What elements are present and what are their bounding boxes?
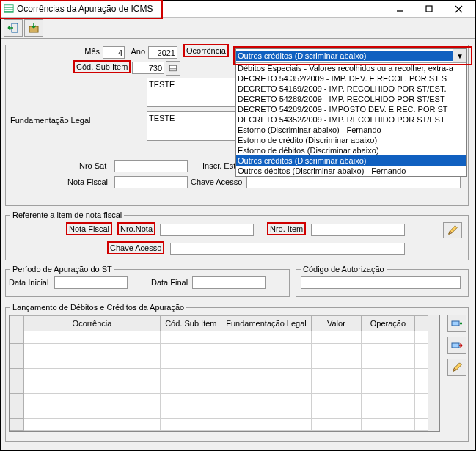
ref-nf-nro-item-input[interactable] (311, 224, 405, 236)
cell[interactable] (161, 356, 221, 369)
cell[interactable] (221, 344, 311, 356)
grid-edit-button[interactable] (447, 359, 466, 376)
dropdown-option[interactable]: Estorno (Discriminar abaixo) - Fernando (236, 125, 466, 135)
cell[interactable] (161, 369, 221, 381)
cell[interactable] (221, 431, 311, 433)
cell[interactable] (161, 344, 221, 356)
dropdown-option[interactable]: DECRETO 54.352/2009 - IMP. DEV. E RECOL.… (236, 73, 466, 84)
cell[interactable] (23, 419, 161, 431)
cell[interactable] (23, 356, 161, 369)
dropdown-option[interactable]: Outros débitos (Discriminar abaixo) - Fe… (236, 166, 466, 176)
table-row[interactable] (10, 431, 439, 433)
cell[interactable] (311, 344, 361, 356)
cell[interactable] (311, 431, 361, 433)
cell[interactable] (311, 381, 361, 394)
cell[interactable] (23, 406, 161, 419)
grid-remove-button[interactable] (447, 337, 466, 354)
mes-input[interactable] (103, 46, 125, 59)
cell[interactable] (221, 406, 311, 419)
cell[interactable] (221, 381, 311, 394)
nro-sat-input[interactable] (114, 160, 188, 172)
lanc-grid[interactable]: Ocorrência Cód. Sub Item Fundamentação L… (9, 315, 440, 432)
ref-nf-chave-acesso-input[interactable] (170, 243, 405, 255)
ref-nf-nro-nota-input[interactable] (160, 224, 254, 236)
grid-add-button[interactable] (447, 315, 466, 332)
chave-acesso-input[interactable] (246, 176, 461, 188)
cell[interactable] (23, 394, 161, 406)
dropdown-option[interactable]: DECRETO 54352/2009 - IMP. RECOLHIDO POR … (236, 114, 466, 125)
cell[interactable] (362, 419, 415, 431)
dropdown-option[interactable]: DECRETO 54169/2009 - IMP. RECOLHIDO POR … (236, 84, 466, 94)
cell[interactable] (23, 331, 161, 344)
cell[interactable] (23, 369, 161, 381)
cell[interactable] (161, 331, 221, 344)
table-row[interactable] (10, 394, 439, 406)
col-valor[interactable]: Valor (311, 316, 361, 331)
cell[interactable] (311, 331, 361, 344)
ocorrencia-dropdown[interactable]: Outros créditos (Discriminar abaixo) ▼ D… (235, 48, 467, 177)
dropdown-list[interactable]: Débitos Especiais - Valores recolhidos o… (236, 62, 466, 176)
col-operacao[interactable]: Operação (362, 316, 415, 331)
dropdown-option[interactable]: Débitos Especiais - Valores recolhidos o… (236, 63, 466, 73)
maximize-button[interactable] (418, 1, 440, 16)
cod-aut-input[interactable] (301, 276, 461, 289)
desc-textarea[interactable]: TESTE (147, 78, 242, 107)
cell[interactable] (311, 419, 361, 431)
cell[interactable] (362, 356, 415, 369)
grid-scrollbar[interactable] (428, 315, 440, 431)
cell[interactable] (362, 394, 415, 406)
cell[interactable] (362, 369, 415, 381)
cell[interactable] (161, 394, 221, 406)
col-ocorrencia[interactable]: Ocorrência (23, 316, 161, 331)
cell[interactable] (362, 431, 415, 433)
data-final-input[interactable] (192, 276, 266, 289)
cell[interactable] (161, 419, 221, 431)
cell[interactable] (23, 431, 161, 433)
table-row[interactable] (10, 356, 439, 369)
cod-subitem-input[interactable] (132, 62, 164, 74)
cell[interactable] (221, 356, 311, 369)
cell[interactable] (221, 419, 311, 431)
dropdown-option[interactable]: DECRETO 54289/2009 - IMPOSTO DEV. E REC.… (236, 104, 466, 114)
data-inicial-input[interactable] (54, 276, 128, 289)
cell[interactable] (311, 356, 361, 369)
table-row[interactable] (10, 331, 439, 344)
dropdown-option[interactable]: Estorno de débitos (Discriminar abaixo) (236, 145, 466, 155)
col-fund-legal[interactable]: Fundamentação Legal (221, 316, 311, 331)
cell[interactable] (362, 331, 415, 344)
table-row[interactable] (10, 381, 439, 394)
cell[interactable] (311, 369, 361, 381)
fund-legal-textarea[interactable]: TESTE (147, 111, 242, 141)
cell[interactable] (362, 344, 415, 356)
cell[interactable] (23, 344, 161, 356)
cell[interactable] (161, 431, 221, 433)
table-row[interactable] (10, 406, 439, 419)
minimize-button[interactable] (389, 1, 411, 16)
exit-button[interactable] (4, 19, 23, 37)
table-row[interactable] (10, 344, 439, 356)
dropdown-arrow-icon[interactable]: ▼ (453, 49, 466, 62)
ano-input[interactable] (148, 46, 177, 59)
cell[interactable] (161, 406, 221, 419)
cell[interactable] (161, 381, 221, 394)
cell[interactable] (362, 381, 415, 394)
close-button[interactable] (447, 1, 469, 16)
cell[interactable] (311, 406, 361, 419)
dropdown-value-row[interactable]: Outros créditos (Discriminar abaixo) ▼ (236, 49, 466, 62)
table-row[interactable] (10, 369, 439, 381)
cell[interactable] (221, 331, 311, 344)
cell[interactable] (221, 369, 311, 381)
dropdown-option[interactable]: Outros créditos (Discriminar abaixo) (236, 155, 466, 166)
table-row[interactable] (10, 419, 439, 431)
dropdown-option[interactable]: Estorno de crédito (Discriminar abaixo) (236, 135, 466, 145)
cell[interactable] (362, 406, 415, 419)
dropdown-option[interactable]: DECRETO 54289/2009 - IMP. RECOLHIDO POR … (236, 94, 466, 104)
cod-subitem-lookup-button[interactable] (166, 61, 180, 76)
ref-nf-edit-button[interactable] (443, 222, 462, 238)
cell[interactable] (311, 394, 361, 406)
cell[interactable] (221, 394, 311, 406)
save-button[interactable] (24, 19, 43, 37)
col-cod-subitem[interactable]: Cód. Sub Item (161, 316, 221, 331)
cell[interactable] (23, 381, 161, 394)
nota-fiscal-input[interactable] (114, 176, 188, 188)
